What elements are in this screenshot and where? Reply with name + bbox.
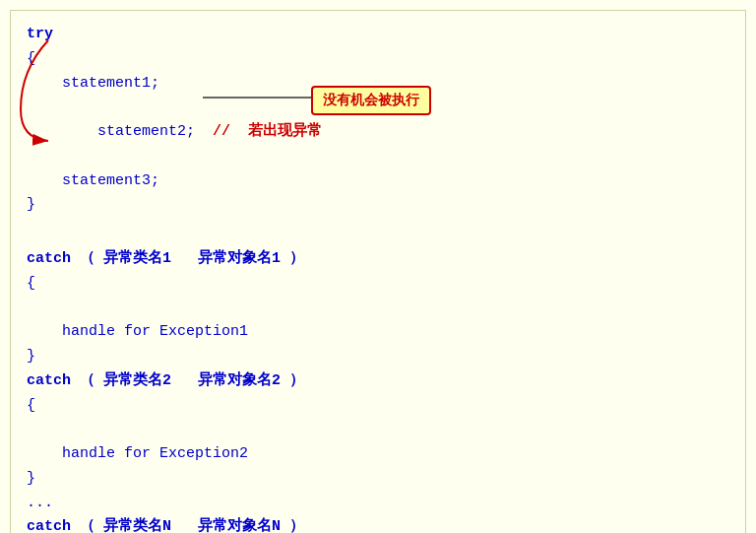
- code-line-2: {: [27, 47, 729, 72]
- code-line-18: catch （ 异常类名N 异常对象名N ）: [27, 515, 729, 533]
- code-line-5: statement3;: [27, 169, 729, 194]
- code-line-1: try: [27, 23, 729, 47]
- code-line-12: catch （ 异常类名2 异常对象名2 ）: [27, 369, 729, 394]
- code-line-4: statement2; // 若出现异常: [27, 96, 729, 168]
- code-line-15: handle for Exception2: [27, 442, 729, 467]
- code-line-16: }: [27, 467, 729, 492]
- code-line-8: {: [27, 272, 729, 297]
- code-line-14: [27, 418, 729, 442]
- code-line-7: catch （ 异常类名1 异常对象名1 ）: [27, 247, 729, 272]
- code-line-3: statement1;: [27, 72, 729, 97]
- code-line-13: {: [27, 394, 729, 419]
- code-block: try { statement1; statement2; // 若出现异常 s…: [10, 10, 746, 533]
- code-line-10: handle for Exception1: [27, 320, 729, 345]
- code-line-6: }: [27, 193, 729, 218]
- code-line-11: }: [27, 345, 729, 369]
- code-line-17: ...: [27, 492, 729, 516]
- code-line-9: [27, 297, 729, 321]
